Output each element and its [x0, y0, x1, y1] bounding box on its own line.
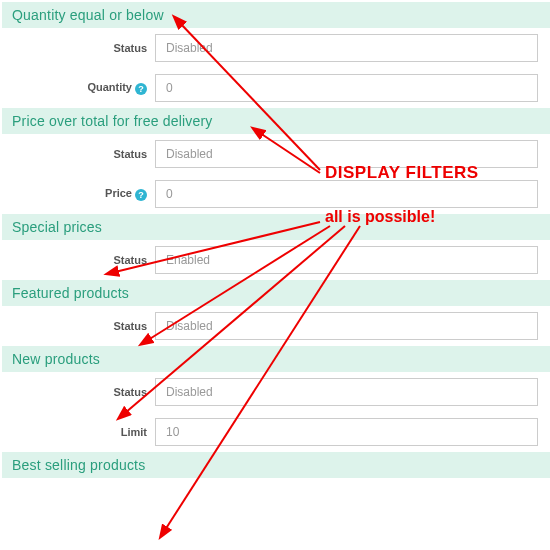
section-header-best: Best selling products [2, 452, 550, 478]
help-icon[interactable]: ? [135, 189, 147, 201]
section-quantity-below: Quantity equal or below Status Quantity? [2, 2, 550, 108]
field-status [155, 246, 550, 274]
section-new: New products Status Limit [2, 346, 550, 452]
field-status [155, 312, 550, 340]
label-status: Status [2, 386, 155, 398]
section-price-over: Price over total for free delivery Statu… [2, 108, 550, 214]
limit-input[interactable] [155, 418, 538, 446]
field-price [155, 180, 550, 208]
section-header-quantity-below: Quantity equal or below [2, 2, 550, 28]
label-price: Price? [2, 187, 155, 200]
status-select[interactable] [155, 378, 538, 406]
field-status [155, 34, 550, 62]
section-header-special: Special prices [2, 214, 550, 240]
label-status: Status [2, 148, 155, 160]
label-status: Status [2, 42, 155, 54]
label-limit: Limit [2, 426, 155, 438]
row-status: Status [2, 240, 550, 280]
section-header-price-over: Price over total for free delivery [2, 108, 550, 134]
label-status: Status [2, 254, 155, 266]
section-header-featured: Featured products [2, 280, 550, 306]
field-quantity [155, 74, 550, 102]
row-status: Status [2, 134, 550, 174]
help-icon[interactable]: ? [135, 83, 147, 95]
row-status: Status [2, 372, 550, 412]
field-status [155, 378, 550, 406]
row-price: Price? [2, 174, 550, 214]
section-special: Special prices Status [2, 214, 550, 280]
section-best: Best selling products [2, 452, 550, 478]
row-quantity: Quantity? [2, 68, 550, 108]
status-select[interactable] [155, 312, 538, 340]
section-header-new: New products [2, 346, 550, 372]
label-quantity: Quantity? [2, 81, 155, 94]
status-select[interactable] [155, 140, 538, 168]
row-status: Status [2, 306, 550, 346]
section-featured: Featured products Status [2, 280, 550, 346]
status-select[interactable] [155, 34, 538, 62]
quantity-input[interactable] [155, 74, 538, 102]
row-limit: Limit [2, 412, 550, 452]
row-status: Status [2, 28, 550, 68]
price-input[interactable] [155, 180, 538, 208]
field-limit [155, 418, 550, 446]
label-status: Status [2, 320, 155, 332]
field-status [155, 140, 550, 168]
status-select[interactable] [155, 246, 538, 274]
